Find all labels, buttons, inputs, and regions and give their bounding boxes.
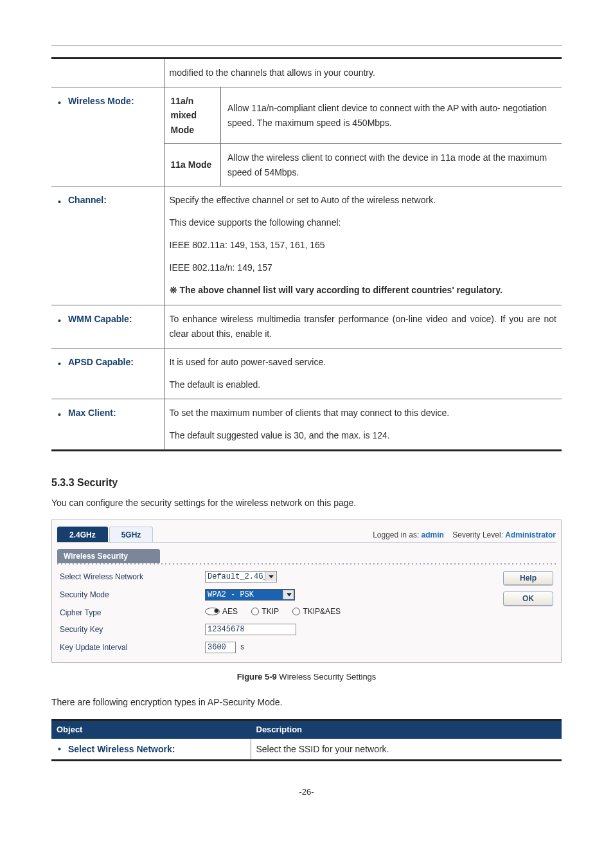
param-cell: WMM Capable: xyxy=(51,305,164,348)
mode-desc: Allow the wireless client to connect wit… xyxy=(221,144,562,186)
label-select-wireless-network: Select Wireless Network xyxy=(57,571,205,583)
logged-user[interactable]: admin xyxy=(422,530,444,539)
side-buttons: Help OK xyxy=(449,571,556,653)
radio-icon xyxy=(251,608,259,615)
param-wireless-mode: Wireless Mode: xyxy=(57,96,134,106)
section-heading: 5.3.3 Security xyxy=(51,477,562,489)
radio-icon xyxy=(205,608,220,615)
tab-2-4ghz[interactable]: 2.4GHz xyxy=(57,527,108,542)
table-row: APSD Capable: It is used for auto power-… xyxy=(51,348,562,399)
param-cell: Channel: xyxy=(51,186,164,305)
security-key-field[interactable]: 12345678 xyxy=(205,624,449,635)
section-intro: You can configure the security settings … xyxy=(51,498,562,508)
col-description: Description xyxy=(251,720,562,739)
encryption-types-table: Object Description Select Wireless Netwo… xyxy=(51,719,562,761)
ok-button[interactable]: OK xyxy=(503,592,553,606)
divider xyxy=(57,542,556,543)
desc-cell: To enhance wireless multimedia transfer … xyxy=(164,305,562,348)
table-row: modified to the channels that allows in … xyxy=(51,59,562,87)
desc-cell: Specify the effective channel or set to … xyxy=(164,186,562,305)
table-row: Wireless Mode: 11a/n mixed Mode Allow 11… xyxy=(51,87,562,186)
page-number: -26- xyxy=(51,787,562,797)
param-max-client: Max Client: xyxy=(57,408,116,418)
label-cipher-type: Cipher Type xyxy=(57,607,205,617)
param-channel: Channel: xyxy=(57,195,107,205)
table-row: WMM Capable: To enhance wireless multime… xyxy=(51,305,562,348)
chevron-down-icon xyxy=(287,593,292,597)
after-caption-text: There are following encryption types in … xyxy=(51,697,562,707)
tab-5ghz[interactable]: 5GHz xyxy=(109,527,154,542)
chevron-down-icon xyxy=(269,575,274,579)
label-security-key: Security Key xyxy=(57,624,205,635)
parameters-table: modified to the channels that allows in … xyxy=(51,57,562,451)
band-tabs: 2.4GHz 5GHz Logged in as: admin Severity… xyxy=(52,520,561,542)
param-cell-empty xyxy=(51,59,164,87)
radio-tkip[interactable]: TKIP xyxy=(251,607,279,616)
table-row: Max Client: To set the maximum number of… xyxy=(51,399,562,450)
mode-name: 11a/n mixed Mode xyxy=(164,87,221,144)
divider xyxy=(57,563,556,565)
radio-tkip-aes[interactable]: TKIP&AES xyxy=(292,607,341,616)
page: modified to the channels that allows in … xyxy=(0,0,613,822)
select-wireless-network[interactable]: Default_2.4G_1 xyxy=(205,571,449,583)
mode-desc: Allow 11a/n-compliant client device to c… xyxy=(221,87,562,144)
mode-name: 11a Mode xyxy=(164,144,221,186)
label-security-mode: Security Mode xyxy=(57,589,205,601)
desc-cell: It is used for auto power-saved service.… xyxy=(164,348,562,399)
param-cell: Max Client: xyxy=(51,399,164,450)
param-apsd-capable: APSD Capable: xyxy=(57,357,134,367)
param-wmm-capable: WMM Capable: xyxy=(57,314,132,324)
table-row: Select Wireless Network: Select the SSID… xyxy=(51,739,562,761)
wireless-security-screenshot: 2.4GHz 5GHz Logged in as: admin Severity… xyxy=(51,520,562,663)
help-button[interactable]: Help xyxy=(503,571,553,585)
param-cell: APSD Capable: xyxy=(51,348,164,399)
col-object: Object xyxy=(51,720,251,739)
radio-icon xyxy=(292,608,300,615)
desc-cell: To set the maximum number of clients tha… xyxy=(164,399,562,450)
param-cell: Wireless Mode: xyxy=(51,87,164,186)
channel-note: The above channel list will vary accordi… xyxy=(170,285,502,295)
radio-aes[interactable]: AES xyxy=(205,607,238,616)
login-status: Logged in as: admin Severity Level: Admi… xyxy=(373,530,556,542)
desc-cell: 11a/n mixed Mode Allow 11a/n-compliant c… xyxy=(164,87,562,186)
object-select-wireless-network: Select Wireless Network: xyxy=(51,739,251,761)
desc-cell: modified to the channels that allows in … xyxy=(164,59,562,87)
select-security-mode[interactable]: WPA2 - PSK xyxy=(205,589,449,601)
figure-caption: Figure 5-9 Wireless Security Settings xyxy=(51,672,562,682)
table-row: Channel: Specify the effective channel o… xyxy=(51,186,562,305)
top-rule xyxy=(51,45,562,46)
cipher-type-options: AES TKIP TKIP&AES xyxy=(205,607,449,617)
wireless-mode-subtable: 11a/n mixed Mode Allow 11a/n-compliant c… xyxy=(164,87,562,186)
key-update-interval-field[interactable]: 3600 s xyxy=(205,642,449,653)
object-desc: Select the SSID for your network. xyxy=(251,739,562,761)
wireless-security-form: Select Wireless Network Default_2.4G_1 H… xyxy=(52,571,561,662)
severity-level[interactable]: Administrator xyxy=(505,530,556,539)
panel-title: Wireless Security xyxy=(57,549,160,563)
label-key-update-interval: Key Update Interval xyxy=(57,642,205,653)
